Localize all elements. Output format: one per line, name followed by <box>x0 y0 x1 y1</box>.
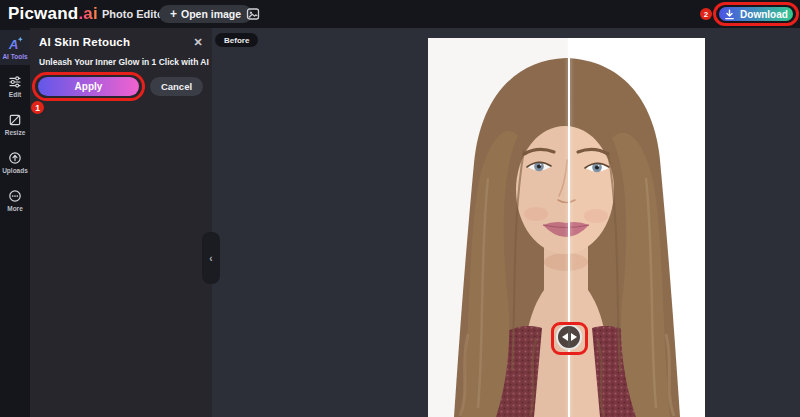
panel-subtitle: Unleash Your Inner Glow in 1 Click with … <box>39 57 209 67</box>
panel-collapse-handle[interactable]: ‹ <box>202 232 220 284</box>
step-badge-2: 2 <box>700 8 712 20</box>
ai-skin-retouch-panel: AI Skin Retouch ✕ Unleash Your Inner Glo… <box>30 28 212 417</box>
logo-suffix: .ai <box>78 4 98 23</box>
download-label: Download <box>740 9 788 20</box>
sidebar-item-label: More <box>7 205 23 212</box>
portrait-photo <box>428 38 705 417</box>
sidebar-item-label: Edit <box>9 91 21 98</box>
apply-label: Apply <box>75 81 103 92</box>
open-image-button[interactable]: + Open image <box>159 5 252 23</box>
tool-rail: A AI Tools Edit Resize <box>0 28 30 417</box>
before-label: Before <box>224 36 249 45</box>
step-badge-1-number: 1 <box>35 103 40 113</box>
download-button[interactable]: Download <box>719 7 793 21</box>
logo[interactable]: Picwand.ai <box>8 0 98 28</box>
sidebar-item-ai-tools[interactable]: A AI Tools <box>0 30 30 65</box>
close-icon[interactable]: ✕ <box>191 35 205 49</box>
ai-glyph: A <box>8 37 18 51</box>
chevron-left-icon: ‹ <box>209 253 212 264</box>
logo-brand: Picwand <box>8 4 78 23</box>
ellipsis-icon <box>8 189 22 203</box>
sidebar-item-resize[interactable]: Resize <box>0 107 30 141</box>
download-icon <box>724 9 735 20</box>
panel-title: AI Skin Retouch <box>39 36 130 48</box>
picwand-photo-editor: Picwand.ai Photo Editor + Open image 2 D… <box>0 0 800 417</box>
sidebar-item-label: AI Tools <box>2 53 27 60</box>
sidebar-item-more[interactable]: More <box>0 183 30 217</box>
compare-slider-handle[interactable] <box>556 324 582 350</box>
cancel-label: Cancel <box>161 81 192 92</box>
ai-sparkle-icon: A <box>7 36 24 51</box>
apply-button[interactable]: Apply <box>38 77 139 96</box>
triangle-left-icon <box>562 333 568 341</box>
step-badge-2-number: 2 <box>704 10 708 19</box>
top-bar: Picwand.ai Photo Editor + Open image 2 D… <box>0 0 800 28</box>
open-image-label: Open image <box>181 8 241 20</box>
sidebar-item-edit[interactable]: Edit <box>0 69 30 103</box>
apply-highlight-box: Apply <box>32 72 145 101</box>
sidebar-item-label: Resize <box>5 129 26 136</box>
cancel-button[interactable]: Cancel <box>150 77 203 96</box>
compare-divider-line[interactable] <box>568 38 570 417</box>
image-file-icon[interactable] <box>246 7 260 21</box>
sidebar-item-uploads[interactable]: Uploads <box>0 145 30 179</box>
plus-icon: + <box>170 8 177 20</box>
sidebar-item-label: Uploads <box>2 167 28 174</box>
step-badge-1: 1 <box>31 101 44 114</box>
portrait-illustration <box>428 38 705 417</box>
upload-icon <box>8 151 22 165</box>
sliders-icon <box>8 75 22 89</box>
resize-icon <box>8 113 22 127</box>
triangle-right-icon <box>571 333 577 341</box>
before-badge: Before <box>215 33 258 47</box>
editor-canvas: Before <box>212 28 800 417</box>
download-highlight-box: Download <box>713 2 799 26</box>
